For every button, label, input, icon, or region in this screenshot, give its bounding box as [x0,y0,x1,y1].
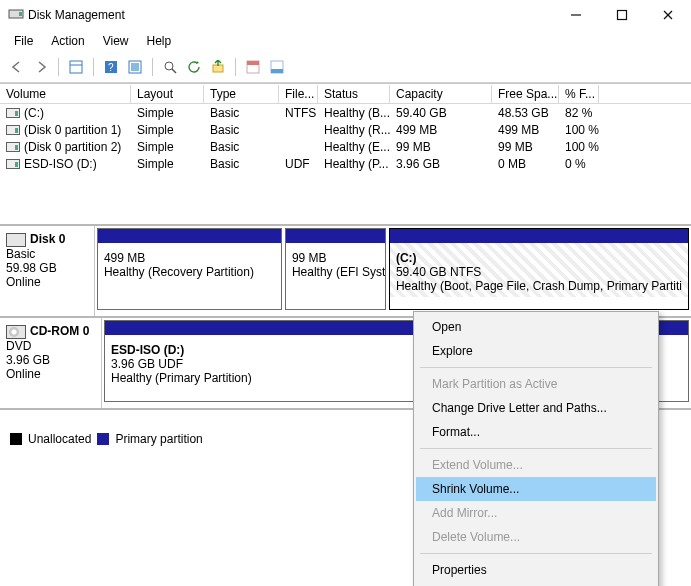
ctx-open[interactable]: Open [416,315,656,339]
toolbar-separator [235,58,236,76]
volume-list[interactable]: Volume Layout Type File... Status Capaci… [0,83,691,172]
disk-name: Disk 0 [30,232,65,246]
disk-icon [6,233,26,247]
minimize-button[interactable] [553,0,599,30]
window-controls [553,0,691,30]
menu-action[interactable]: Action [43,32,92,50]
col-layout[interactable]: Layout [131,85,204,103]
disk-name: CD-ROM 0 [30,324,89,338]
volume-list-header[interactable]: Volume Layout Type File... Status Capaci… [0,84,691,104]
forward-button[interactable] [30,56,52,78]
stripe [286,229,385,243]
drive-icon [6,142,20,152]
ctx-separator [420,553,652,554]
svg-rect-16 [247,61,259,65]
ctx-shrink[interactable]: Shrink Volume... [416,477,656,501]
col-capacity[interactable]: Capacity [390,85,492,103]
toolbar-list-top-icon[interactable] [242,56,264,78]
back-button[interactable] [6,56,28,78]
menubar: File Action View Help [0,30,691,52]
svg-point-12 [165,62,173,70]
partition-size: 499 MB [104,251,275,265]
col-filesystem[interactable]: File... [279,85,318,103]
ctx-properties[interactable]: Properties [416,558,656,582]
ctx-delete[interactable]: Delete Volume... [416,525,656,549]
svg-rect-14 [213,65,223,72]
partition-size: 99 MB [292,251,379,265]
ctx-change-letter[interactable]: Change Drive Letter and Paths... [416,396,656,420]
table-row[interactable]: (Disk 0 partition 1) Simple Basic Health… [0,121,691,138]
partition-size: 59.40 GB NTFS [396,265,682,279]
ctx-extend[interactable]: Extend Volume... [416,453,656,477]
legend-primary: Primary partition [115,432,202,446]
table-row[interactable]: (C:) Simple Basic NTFS Healthy (B... 59.… [0,104,691,121]
window-title: Disk Management [24,8,553,22]
drive-icon [6,125,20,135]
svg-text:?: ? [108,62,114,73]
toolbar-settings-icon[interactable] [124,56,146,78]
app-icon [8,6,24,25]
partition-recovery[interactable]: 499 MB Healthy (Recovery Partition) [97,228,282,310]
vol-name: (Disk 0 partition 1) [24,123,121,137]
partition-status: Healthy (EFI System [292,265,379,279]
disk-row-0: Disk 0 Basic 59.98 GB Online 499 MB Heal… [0,226,691,318]
swatch-unallocated [10,433,22,445]
close-button[interactable] [645,0,691,30]
help-icon[interactable]: ? [100,56,122,78]
svg-line-13 [172,69,176,73]
toolbar-export-icon[interactable] [207,56,229,78]
toolbar-view-icon[interactable] [65,56,87,78]
search-icon[interactable] [159,56,181,78]
ctx-separator [420,448,652,449]
col-type[interactable]: Type [204,85,279,103]
svg-rect-6 [70,61,82,73]
partition-name: (C:) [396,251,682,265]
ctx-format[interactable]: Format... [416,420,656,444]
toolbar-separator [58,58,59,76]
col-freespace[interactable]: Free Spa... [492,85,559,103]
disk-info-cdrom[interactable]: CD-ROM 0 DVD 3.96 GB Online [0,318,102,408]
toolbar-separator [93,58,94,76]
svg-rect-3 [618,11,627,20]
partition-efi[interactable]: 99 MB Healthy (EFI System [285,228,386,310]
drive-icon [6,159,20,169]
disk-type: Basic [6,247,88,261]
maximize-button[interactable] [599,0,645,30]
partition-c[interactable]: (C:) 59.40 GB NTFS Healthy (Boot, Page F… [389,228,689,310]
toolbar: ? [0,52,691,83]
menu-file[interactable]: File [6,32,41,50]
ctx-separator [420,367,652,368]
table-row[interactable]: (Disk 0 partition 2) Simple Basic Health… [0,138,691,155]
titlebar: Disk Management [0,0,691,30]
col-volume[interactable]: Volume [0,85,131,103]
stripe [98,229,281,243]
menu-help[interactable]: Help [139,32,180,50]
svg-rect-1 [19,12,22,16]
partition-status: Healthy (Recovery Partition) [104,265,275,279]
ctx-explore[interactable]: Explore [416,339,656,363]
disk-state: Online [6,275,88,289]
cdrom-icon [6,325,26,339]
refresh-icon[interactable] [183,56,205,78]
ctx-mark-active[interactable]: Mark Partition as Active [416,372,656,396]
disk-size: 59.98 GB [6,261,88,275]
disk-info-0[interactable]: Disk 0 Basic 59.98 GB Online [0,226,95,316]
table-row[interactable]: ESD-ISO (D:) Simple Basic UDF Healthy (P… [0,155,691,172]
col-status[interactable]: Status [318,85,390,103]
disk-type: DVD [6,339,95,353]
context-menu: Open Explore Mark Partition as Active Ch… [413,311,659,586]
toolbar-separator [152,58,153,76]
drive-icon [6,108,20,118]
stripe [390,229,688,243]
svg-rect-18 [271,69,283,73]
disk-state: Online [6,367,95,381]
disk-size: 3.96 GB [6,353,95,367]
legend-unallocated: Unallocated [28,432,91,446]
vol-name: ESD-ISO (D:) [24,157,97,171]
col-pctfree[interactable]: % F... [559,85,599,103]
toolbar-list-bottom-icon[interactable] [266,56,288,78]
vol-name: (Disk 0 partition 2) [24,140,121,154]
menu-view[interactable]: View [95,32,137,50]
ctx-add-mirror[interactable]: Add Mirror... [416,501,656,525]
swatch-primary [97,433,109,445]
